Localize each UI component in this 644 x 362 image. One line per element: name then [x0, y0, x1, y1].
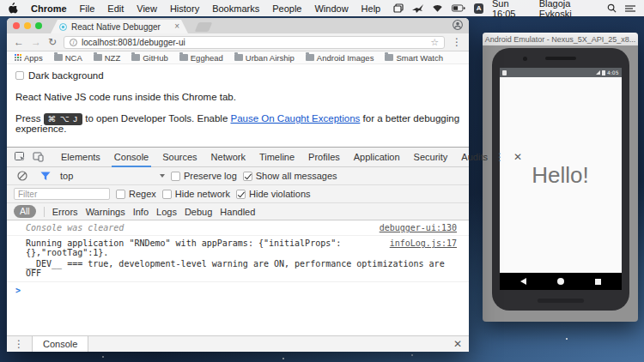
battery-icon[interactable]: [452, 4, 465, 12]
hide-violations-option[interactable]: Hide violations: [236, 189, 311, 199]
new-tab-button[interactable]: [195, 22, 212, 32]
emulator-title[interactable]: Android Emulator - Nexus_5X_API_25_x8...: [483, 33, 638, 45]
menu-file[interactable]: File: [80, 3, 95, 14]
signal-icon: [596, 70, 600, 75]
hide-violations-checkbox[interactable]: [236, 190, 246, 199]
clear-console-icon[interactable]: [17, 171, 27, 181]
level-debug[interactable]: Debug: [185, 207, 212, 217]
menu-help[interactable]: Help: [361, 3, 381, 14]
minimize-window-button[interactable]: [24, 22, 31, 29]
level-info[interactable]: Info: [133, 207, 149, 217]
chrome-menu-icon[interactable]: ⋮: [452, 37, 462, 47]
bookmark-apps[interactable]: Apps: [15, 53, 43, 63]
desktop: Chrome File Edit View History Bookmarks …: [0, 0, 644, 362]
phone-screen[interactable]: 4:05 Hello!: [500, 68, 622, 290]
devtools-close-icon[interactable]: ✕: [513, 152, 522, 162]
tab-timeline[interactable]: Timeline: [252, 148, 301, 166]
windows-status-icon[interactable]: [393, 3, 404, 13]
android-home-button[interactable]: [557, 278, 564, 285]
bookmark-folder-nca[interactable]: NCA: [54, 53, 82, 63]
execution-context-selector[interactable]: top: [60, 171, 165, 181]
show-all-messages-label: Show all messages: [256, 171, 337, 181]
console-prompt-chevron[interactable]: >: [7, 282, 469, 295]
spotlight-search-icon[interactable]: [607, 3, 617, 13]
fullscreen-window-button[interactable]: [35, 22, 42, 29]
address-bar[interactable]: i localhost:8081/debugger-ui ☆: [64, 36, 445, 49]
source-link[interactable]: infoLog.js:17: [380, 238, 457, 248]
tab-console[interactable]: Console: [107, 148, 155, 166]
dark-background-option[interactable]: Dark background: [15, 70, 460, 81]
regex-checkbox[interactable]: [116, 190, 125, 199]
reload-icon[interactable]: ↻: [48, 37, 57, 47]
apple-menu-icon[interactable]: [9, 3, 18, 14]
tab-network[interactable]: Network: [204, 148, 252, 166]
a-app-status-icon[interactable]: A: [474, 3, 483, 14]
browser-tab[interactable]: React Native Debugger ×: [51, 20, 188, 33]
devtools-menu-icon[interactable]: ⋮: [495, 152, 505, 162]
pause-exceptions-link[interactable]: Pause On Caught Exceptions: [230, 113, 360, 124]
hide-network-option[interactable]: Hide network: [162, 189, 230, 199]
url-text[interactable]: localhost:8081/debugger-ui: [82, 38, 185, 47]
bookmark-folder-urban-airship[interactable]: Urban Airship: [234, 53, 295, 63]
filter-funnel-icon[interactable]: [40, 172, 51, 181]
console-filter-row: Regex Hide network Hide violations: [7, 185, 469, 203]
tab-application[interactable]: Application: [347, 148, 407, 166]
level-errors[interactable]: Errors: [52, 207, 78, 217]
android-recents-button[interactable]: [595, 279, 601, 285]
preserve-log-checkbox[interactable]: [171, 172, 180, 181]
notification-center-icon[interactable]: [625, 4, 635, 13]
hide-network-checkbox[interactable]: [162, 190, 172, 199]
menu-people[interactable]: People: [272, 3, 301, 14]
menu-window[interactable]: Window: [314, 3, 348, 14]
inspect-element-icon[interactable]: [15, 152, 26, 162]
bookmark-folder-nzz[interactable]: NZZ: [94, 53, 120, 63]
drawer-tab-console[interactable]: Console: [32, 336, 88, 352]
forward-icon[interactable]: →: [31, 37, 41, 47]
tab-sources[interactable]: Sources: [155, 148, 204, 166]
menu-edit[interactable]: Edit: [107, 3, 124, 14]
profile-avatar-icon[interactable]: [453, 18, 463, 33]
plane-status-icon[interactable]: [412, 4, 423, 13]
bookmark-folder-android-images[interactable]: Android Images: [306, 53, 374, 63]
android-back-button[interactable]: [520, 278, 526, 285]
menu-history[interactable]: History: [170, 3, 199, 14]
bookmark-label: NCA: [65, 53, 82, 63]
level-warnings[interactable]: Warnings: [86, 207, 125, 217]
level-logs[interactable]: Logs: [156, 207, 177, 217]
menubar-clock[interactable]: Sun 16:05: [492, 0, 531, 19]
source-link[interactable]: debugger-ui:130: [369, 223, 457, 232]
chevron-down-icon: [160, 174, 165, 178]
show-all-messages-checkbox[interactable]: [243, 172, 252, 181]
dark-background-checkbox[interactable]: [15, 71, 24, 80]
show-all-messages-option[interactable]: Show all messages: [243, 171, 337, 181]
menubar-app-name[interactable]: Chrome: [31, 3, 67, 14]
bookmark-folder-egghead[interactable]: Egghead: [179, 53, 223, 63]
tab-close-icon[interactable]: ×: [174, 22, 179, 31]
menubar-user[interactable]: Blagoja Evkoski: [539, 0, 598, 19]
tab-elements[interactable]: Elements: [54, 148, 107, 166]
close-window-button[interactable]: [13, 22, 20, 29]
preserve-log-label: Preserve log: [184, 171, 237, 181]
level-handled[interactable]: Handled: [220, 207, 255, 217]
regex-option[interactable]: Regex: [116, 189, 156, 199]
bookmark-folder-github[interactable]: GitHub: [131, 53, 168, 63]
filter-input[interactable]: [14, 188, 110, 200]
menu-bookmarks[interactable]: Bookmarks: [212, 3, 259, 14]
device-toolbar-icon[interactable]: [33, 152, 44, 162]
console-output[interactable]: Console was cleared debugger-ui:130 Runn…: [7, 220, 469, 335]
page-info-icon[interactable]: i: [70, 39, 77, 46]
tab-audits[interactable]: Audits: [454, 148, 495, 166]
bookmark-star-icon[interactable]: ☆: [430, 38, 439, 47]
tab-profiles[interactable]: Profiles: [301, 148, 347, 166]
level-all[interactable]: All: [14, 205, 36, 218]
menu-view[interactable]: View: [137, 3, 157, 14]
drawer-menu-icon[interactable]: ⋮: [14, 339, 24, 349]
back-icon[interactable]: ←: [14, 37, 24, 47]
tab-security[interactable]: Security: [407, 148, 455, 166]
react-favicon-icon: [59, 23, 67, 31]
bookmark-folder-smart-watch[interactable]: Smart Watch: [385, 53, 443, 63]
drawer-close-icon[interactable]: ✕: [453, 339, 462, 349]
preserve-log-option[interactable]: Preserve log: [171, 171, 237, 181]
wifi-icon[interactable]: [432, 4, 443, 13]
notification-icon: [502, 70, 507, 75]
